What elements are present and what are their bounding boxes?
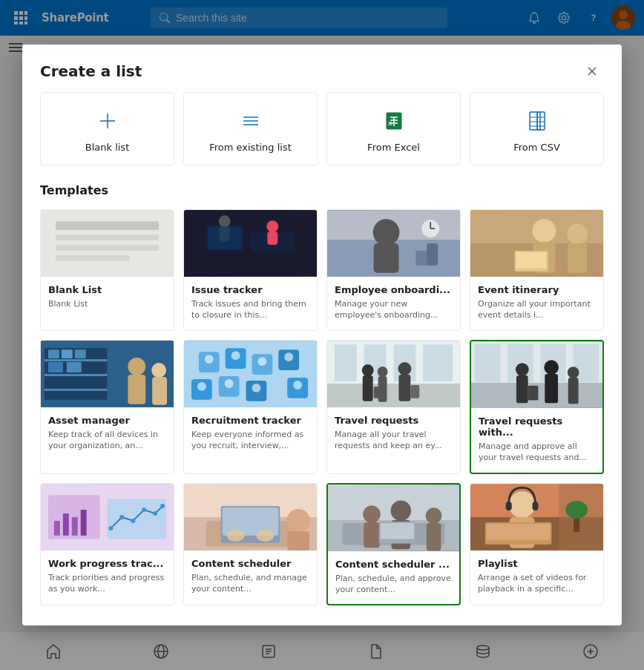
svg-rect-146 (287, 531, 309, 550)
svg-rect-164 (506, 502, 512, 510)
blank-list-option[interactable]: Blank list (40, 92, 174, 165)
template-image-issue (184, 210, 317, 277)
svg-rect-127 (108, 499, 167, 539)
plus-icon (97, 108, 118, 134)
svg-point-145 (286, 509, 310, 533)
create-list-dialog: Create a list Blank list (22, 45, 622, 625)
template-card-body-content-scheduler: Content scheduler Plan, schedule, and ma… (184, 551, 317, 604)
svg-rect-113 (475, 344, 500, 381)
svg-rect-45 (267, 231, 277, 245)
blank-list-label: Blank list (85, 142, 130, 153)
templates-section: Templates Blank List (40, 183, 604, 605)
template-card-content-scheduler[interactable]: Content scheduler Plan, schedule, and ma… (183, 483, 318, 606)
template-name-employee: Employee onboardi... (335, 284, 453, 295)
template-name-event: Event itinerary (478, 284, 596, 295)
svg-point-143 (227, 529, 245, 541)
svg-point-58 (533, 219, 556, 243)
template-name-blank: Blank List (48, 284, 166, 295)
dialog-close-button[interactable] (580, 59, 604, 83)
template-image-travel2 (471, 341, 602, 408)
template-card-body-travel-with: Travel requests with... Manage and appro… (471, 408, 602, 473)
create-options-row: Blank list From existing list (40, 92, 604, 165)
template-card-body-playlist: Playlist Arrange a set of videos for pla… (470, 551, 603, 604)
template-image-playlist (470, 484, 603, 551)
svg-point-121 (544, 360, 559, 375)
template-desc-asset: Keep track of all devices in your organi… (48, 429, 166, 452)
from-excel-option[interactable]: X From Excel (326, 92, 461, 165)
dialog-header: Create a list (22, 45, 622, 92)
svg-point-118 (516, 363, 529, 376)
svg-rect-131 (81, 510, 87, 536)
svg-rect-52 (427, 243, 438, 266)
template-card-issue-tracker[interactable]: Issue tracker Track issues and bring the… (183, 209, 318, 331)
template-card-work-progress[interactable]: Work progress trac... Track priorities a… (40, 483, 174, 606)
svg-point-62 (567, 223, 588, 244)
svg-rect-165 (533, 502, 539, 510)
svg-point-42 (219, 215, 231, 227)
svg-point-44 (266, 220, 278, 232)
svg-point-95 (293, 381, 302, 390)
template-card-travel-with[interactable]: Travel requests with... Manage and appro… (470, 340, 604, 474)
template-image-work-progress (41, 484, 174, 551)
template-image-travel (327, 341, 460, 407)
svg-point-106 (378, 367, 388, 377)
svg-point-136 (153, 511, 157, 516)
template-desc-event: Organize all your important event detail… (478, 298, 596, 321)
from-excel-label: From Excel (367, 142, 420, 153)
svg-rect-68 (45, 374, 108, 376)
template-card-body-blank: Blank List Blank List (41, 277, 174, 318)
svg-text:X: X (388, 120, 392, 127)
svg-point-93 (225, 379, 234, 388)
svg-point-154 (426, 508, 442, 524)
template-card-employee[interactable]: Employee onboardi... Manage your new emp… (326, 209, 461, 331)
csv-icon (527, 108, 548, 134)
from-existing-option[interactable]: From existing list (183, 92, 318, 165)
svg-rect-157 (381, 522, 414, 539)
svg-rect-61 (516, 252, 547, 269)
template-card-travel[interactable]: Travel requests Manage all your travel r… (326, 340, 461, 474)
svg-rect-34 (41, 210, 174, 277)
template-card-blank-list[interactable]: Blank List Blank List (40, 209, 174, 331)
svg-rect-151 (364, 522, 380, 547)
template-card-body-recruitment: Recruitment tracker Keep everyone inform… (184, 407, 317, 461)
template-card-body-content-scheduler-2: Content scheduler ... Plan, schedule, an… (328, 551, 459, 605)
svg-rect-155 (427, 522, 441, 550)
svg-point-135 (142, 508, 146, 512)
templates-grid: Blank List Blank List (40, 209, 604, 605)
templates-title: Templates (40, 183, 604, 197)
svg-point-103 (362, 364, 374, 376)
template-desc-blank: Blank List (48, 298, 166, 309)
template-card-asset[interactable]: Asset manager Keep track of all devices … (40, 340, 174, 474)
svg-point-90 (257, 357, 266, 366)
template-desc-work-progress: Track priorities and progress as you wor… (48, 572, 166, 595)
template-desc-playlist: Arrange a set of videos for playback in … (478, 572, 596, 595)
svg-point-88 (205, 355, 214, 364)
from-existing-label: From existing list (209, 142, 292, 153)
template-image-employee (327, 210, 460, 277)
svg-rect-168 (487, 524, 551, 540)
svg-rect-99 (335, 344, 357, 381)
lines-icon (240, 108, 261, 134)
from-csv-option[interactable]: From CSV (470, 92, 604, 165)
template-card-playlist[interactable]: Playlist Arrange a set of videos for pla… (470, 483, 604, 606)
svg-rect-107 (378, 376, 387, 402)
svg-rect-29 (537, 112, 545, 130)
svg-rect-78 (152, 377, 167, 405)
svg-rect-130 (72, 517, 78, 536)
svg-rect-110 (410, 385, 419, 398)
template-card-content-scheduler-2[interactable]: Content scheduler ... Plan, schedule, an… (326, 483, 461, 606)
template-name-travel-with: Travel requests with... (479, 416, 595, 438)
svg-point-144 (256, 529, 274, 541)
svg-rect-71 (62, 349, 73, 358)
svg-rect-35 (56, 221, 159, 230)
svg-point-134 (131, 519, 135, 523)
template-card-event[interactable]: Event itinerary Organize all your import… (470, 209, 604, 331)
template-card-body-event: Event itinerary Organize all your import… (470, 277, 603, 330)
template-image-recruitment (184, 341, 317, 407)
template-card-body-employee: Employee onboardi... Manage your new emp… (327, 277, 460, 330)
svg-point-49 (373, 219, 400, 246)
svg-point-77 (151, 363, 166, 378)
svg-rect-69 (45, 389, 108, 391)
template-card-recruitment[interactable]: Recruitment tracker Keep everyone inform… (183, 340, 318, 474)
svg-point-123 (568, 367, 579, 378)
